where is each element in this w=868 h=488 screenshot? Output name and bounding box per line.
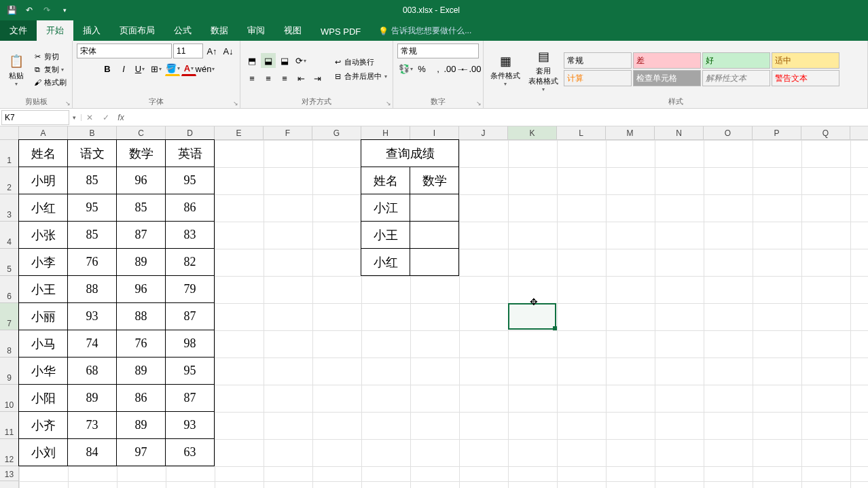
style-normal[interactable]: 常规 [564, 52, 632, 69]
cell[interactable]: 数学 [410, 167, 459, 194]
increase-indent-icon[interactable]: ⇥ [310, 71, 325, 86]
tab-insert[interactable]: 插入 [73, 20, 110, 41]
format-painter-button[interactable]: 🖌格式刷 [31, 77, 68, 88]
row-header-6[interactable]: 6 [0, 276, 18, 303]
cell[interactable]: 小王 [361, 221, 410, 249]
row-header-10[interactable]: 10 [0, 385, 18, 412]
cell[interactable]: 84 [67, 438, 117, 466]
cell[interactable]: 74 [67, 330, 117, 358]
cut-button[interactable]: ✂剪切 [31, 51, 68, 63]
row-header-13[interactable]: 13 [0, 466, 18, 481]
cell[interactable]: 85 [67, 167, 117, 194]
font-color-icon[interactable]: A [181, 61, 196, 76]
cell[interactable]: 姓名 [18, 139, 68, 167]
cell[interactable]: 73 [67, 411, 117, 439]
col-header-O[interactable]: O [704, 126, 753, 139]
border-icon[interactable]: ⊞ [149, 61, 164, 76]
cell[interactable]: 88 [116, 302, 166, 330]
align-dialog-icon[interactable]: ↘ [386, 100, 391, 107]
tab-formula[interactable]: 公式 [164, 20, 201, 41]
cell[interactable]: 英语 [165, 139, 215, 167]
cells-area[interactable]: 姓名语文数学英语小明859695小红958586小张858783小李768982… [19, 140, 868, 488]
cell[interactable] [410, 221, 459, 249]
cell[interactable]: 小王 [18, 275, 68, 303]
tab-layout[interactable]: 页面布局 [110, 20, 164, 41]
style-good[interactable]: 好 [702, 52, 770, 69]
wrap-text-button[interactable]: ↩自动换行 [331, 56, 388, 68]
number-format-select[interactable] [397, 43, 479, 58]
col-header-H[interactable]: H [361, 126, 410, 139]
cell[interactable]: 68 [67, 357, 117, 385]
cell[interactable]: 小明 [18, 167, 68, 194]
col-header-C[interactable]: C [117, 126, 166, 139]
col-header-E[interactable]: E [215, 126, 264, 139]
number-dialog-icon[interactable]: ↘ [476, 100, 482, 107]
cell[interactable]: 小齐 [18, 411, 68, 439]
style-warn[interactable]: 警告文本 [772, 70, 839, 86]
cell[interactable]: 63 [165, 438, 215, 466]
tab-data[interactable]: 数据 [201, 20, 238, 41]
cell[interactable]: 小华 [18, 357, 68, 385]
fx-icon[interactable]: fx [114, 113, 128, 122]
font-dialog-icon[interactable]: ↘ [233, 100, 238, 107]
cell[interactable]: 95 [165, 357, 215, 385]
undo-icon[interactable]: ↶ [23, 4, 35, 16]
cell[interactable]: 小江 [361, 194, 410, 222]
cell[interactable]: 79 [165, 275, 215, 303]
cell[interactable]: 姓名 [361, 167, 410, 194]
italic-icon[interactable]: I [116, 61, 131, 76]
cell[interactable]: 数学 [116, 139, 166, 167]
save-icon[interactable]: 💾 [5, 4, 18, 16]
currency-icon[interactable]: 💱 [398, 61, 413, 76]
cell[interactable]: 小张 [18, 221, 68, 249]
col-header-A[interactable]: A [19, 126, 68, 139]
conditional-format-button[interactable]: ▦ 条件格式▾ [488, 50, 523, 88]
phonetic-icon[interactable]: wén [198, 61, 213, 76]
row-header-12[interactable]: 12 [0, 439, 18, 466]
style-check[interactable]: 检查单元格 [633, 70, 701, 86]
cell[interactable]: 89 [116, 411, 166, 439]
tell-me[interactable]: 💡 告诉我您想要做什么... [370, 21, 480, 41]
cell[interactable]: 89 [67, 384, 117, 412]
col-header-J[interactable]: J [459, 126, 508, 139]
cell[interactable]: 76 [67, 248, 117, 276]
redo-icon[interactable]: ↷ [41, 4, 53, 16]
col-header-K[interactable]: K [508, 126, 557, 139]
tab-review[interactable]: 审阅 [238, 20, 274, 41]
col-header-I[interactable]: I [410, 126, 459, 139]
tab-view[interactable]: 视图 [274, 20, 311, 41]
decrease-indent-icon[interactable]: ⇤ [293, 71, 308, 86]
cell[interactable]: 85 [116, 194, 166, 222]
cell[interactable]: 82 [165, 248, 215, 276]
bold-icon[interactable]: B [100, 61, 115, 76]
cell[interactable] [410, 248, 459, 276]
style-neutral[interactable]: 适中 [772, 52, 839, 69]
col-header-N[interactable]: N [655, 126, 704, 139]
cell[interactable]: 96 [116, 167, 166, 194]
cell[interactable]: 小红 [361, 248, 410, 276]
copy-button[interactable]: ⧉复制▾ [31, 64, 68, 75]
align-middle-icon[interactable]: ⬓ [261, 53, 276, 68]
name-box[interactable] [1, 110, 69, 125]
percent-icon[interactable]: % [414, 61, 429, 76]
col-header-M[interactable]: M [606, 126, 655, 139]
name-box-drop-icon[interactable]: ▾ [71, 114, 82, 121]
decrease-decimal-icon[interactable]: ←.00 [463, 61, 478, 76]
cell[interactable]: 查询成绩 [361, 139, 459, 167]
row-header-3[interactable]: 3 [0, 194, 18, 222]
increase-font-icon[interactable]: A↑ [204, 43, 219, 58]
formula-input[interactable] [128, 110, 868, 125]
clipboard-dialog-icon[interactable]: ↘ [65, 100, 71, 107]
enter-formula-icon[interactable]: ✓ [98, 113, 114, 122]
cell[interactable]: 小红 [18, 194, 68, 222]
style-bad[interactable]: 差 [633, 52, 701, 69]
cell[interactable]: 96 [116, 275, 166, 303]
cell[interactable]: 89 [116, 248, 166, 276]
paste-button[interactable]: 📋 粘贴 ▾ [4, 50, 29, 88]
cell[interactable]: 小刘 [18, 438, 68, 466]
cell[interactable]: 95 [67, 194, 117, 222]
cell[interactable]: 88 [67, 275, 117, 303]
col-header-D[interactable]: D [166, 126, 215, 139]
cell[interactable]: 86 [165, 194, 215, 222]
cell[interactable]: 87 [116, 221, 166, 249]
